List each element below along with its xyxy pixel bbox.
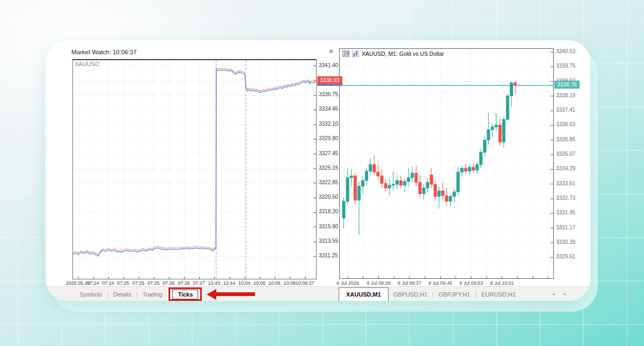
time-tick-label: 07:25 <box>148 280 160 286</box>
candle <box>346 178 349 201</box>
price-tick-label: 3338.19 <box>556 92 575 98</box>
candle <box>499 125 501 142</box>
arrow-head <box>207 289 216 300</box>
candle-chart-plot[interactable]: XAUUSD, M1: Gold vs US Dollar <box>339 48 554 279</box>
candle <box>514 83 517 85</box>
price-tick-label: 3332.73 <box>556 195 575 201</box>
ticks-tab-annotation-wrap: Ticks <box>172 291 198 298</box>
trading-platform-card: Market Watch: 10:06:37 × XAUUSD 3341.403… <box>46 40 590 301</box>
price-tick-label: 3335.85 <box>556 136 575 142</box>
candle <box>422 188 425 194</box>
tabs-scroll-left-icon[interactable]: ◄ <box>551 292 555 297</box>
price-tick-label: 3337.41 <box>556 107 575 113</box>
current-price-badge: 3338.76 <box>554 81 580 89</box>
price-tick-label: 3339.75 <box>556 63 575 69</box>
candle <box>487 130 490 140</box>
time-tick-label: 07:25 <box>117 280 129 286</box>
bid-price-badge: 3338.93 <box>317 76 342 84</box>
price-tick-label: 3320.50 <box>319 194 338 200</box>
candle <box>438 191 441 197</box>
time-tick-label: 10:05 <box>253 280 266 286</box>
time-tick-label: 10:04 <box>238 280 251 286</box>
candle <box>464 168 467 171</box>
tab-scroll-arrows: ◄ ► <box>551 287 567 301</box>
price-tick-label: 3332.10 <box>319 121 338 127</box>
candle <box>480 153 482 165</box>
candle <box>419 183 421 194</box>
chart-tab-eurusd-h1[interactable]: EURUSD,H1 <box>477 291 521 298</box>
market-watch-tab-symbols[interactable]: Symbols <box>75 291 107 298</box>
time-tick-label: 8 Jul 09:29 <box>367 280 390 286</box>
time-tick-label: 2025.05.23 <box>65 280 90 286</box>
price-tick-label: 3336.63 <box>556 121 575 127</box>
candle <box>384 183 387 188</box>
time-tick-label: 8 Jul 09:53 <box>459 280 483 286</box>
candle <box>491 127 494 129</box>
price-tick-label: 3315.90 <box>319 224 338 229</box>
candle <box>430 175 433 185</box>
chart-title: XAUUSD, M1: Gold vs US Dollar <box>362 51 444 57</box>
candle <box>472 168 474 170</box>
time-tick-label: 8 Jul 2025 <box>336 280 359 286</box>
chart-tab-xauusd-m1[interactable]: XAUUSD,M1 <box>339 287 389 301</box>
arrow-shaft <box>216 292 255 296</box>
bar-chart-icon[interactable] <box>352 51 359 57</box>
market-watch-title: Market Watch: 10:06:37 <box>70 47 328 58</box>
price-tick-label: 3331.95 <box>556 210 575 215</box>
candle <box>392 184 394 185</box>
price-tick-label: 3340.53 <box>556 48 575 54</box>
price-tick-label: 3330.39 <box>556 239 575 245</box>
time-tick-label: 10:06:37 <box>295 280 314 286</box>
price-tick-label: 3333.51 <box>556 181 575 186</box>
close-icon[interactable]: × <box>327 47 335 56</box>
bottom-tab-strip: Symbols|Details|TradingTicks XAUUSD,M1GB… <box>46 286 590 301</box>
candle <box>510 83 513 96</box>
price-tick-label: 3318.20 <box>319 208 338 214</box>
candle <box>434 184 436 197</box>
candle <box>388 185 391 188</box>
chart-tab-gbpusd-h1[interactable]: GBPUSD,H1 <box>389 291 433 298</box>
price-tick-label: 3325.15 <box>319 165 338 171</box>
price-tick-label: 3322.85 <box>319 179 338 185</box>
candle <box>484 140 486 153</box>
time-tick-label: 8 Jul 09:45 <box>428 280 452 286</box>
candle <box>373 164 376 172</box>
price-tick-label: 3331.17 <box>556 225 575 230</box>
time-tick-label: 07:24 <box>87 280 99 286</box>
price-tick-label: 3329.80 <box>319 135 338 141</box>
time-tick-label: 10:05 <box>268 280 281 286</box>
candle <box>354 176 356 200</box>
chart-window-tabs: XAUUSD,M1GBPUSD,H1|GBPJPY,H1|EURUSD,H1 <box>339 287 521 301</box>
market-watch-tabs: Symbols|Details|TradingTicks <box>75 287 255 301</box>
market-watch-tab-details[interactable]: Details <box>108 291 136 298</box>
time-tick-label: 07:24 <box>102 280 114 286</box>
price-tick-label: 3313.55 <box>319 238 338 244</box>
chart-tab-gbpjpy-h1[interactable]: GBPJPY,H1 <box>434 291 475 298</box>
candle <box>380 176 383 183</box>
candle <box>369 164 372 171</box>
candle <box>426 183 429 189</box>
market-watch-tab-trading[interactable]: Trading <box>138 291 167 298</box>
time-tick-label: 07:26 <box>178 280 190 286</box>
chart-header: XAUUSD, M1: Gold vs US Dollar <box>342 51 444 57</box>
candle <box>362 181 364 186</box>
tabs-scroll-right-icon[interactable]: ► <box>563 292 567 297</box>
candle <box>350 176 353 178</box>
time-tick-label: 07:25 <box>133 280 145 286</box>
candle-chart-svg <box>340 49 553 278</box>
candle <box>396 181 398 184</box>
time-tick-label: 8 Jul 09:37 <box>398 280 421 286</box>
candle <box>342 201 345 219</box>
tick-chart-svg <box>73 60 316 279</box>
candle <box>460 168 463 172</box>
candle <box>476 164 479 170</box>
candle <box>468 168 471 171</box>
price-tick-label: 3341.40 <box>319 62 338 68</box>
time-tick-label: 07:27 <box>193 280 205 286</box>
price-tick-label: 3336.75 <box>319 91 338 97</box>
tick-chart-plot[interactable]: XAUUSD <box>72 59 317 279</box>
quotes-table-icon[interactable] <box>342 51 349 57</box>
price-tick-label: 3311.25 <box>319 253 338 258</box>
candle <box>415 173 418 183</box>
candle <box>377 172 379 176</box>
